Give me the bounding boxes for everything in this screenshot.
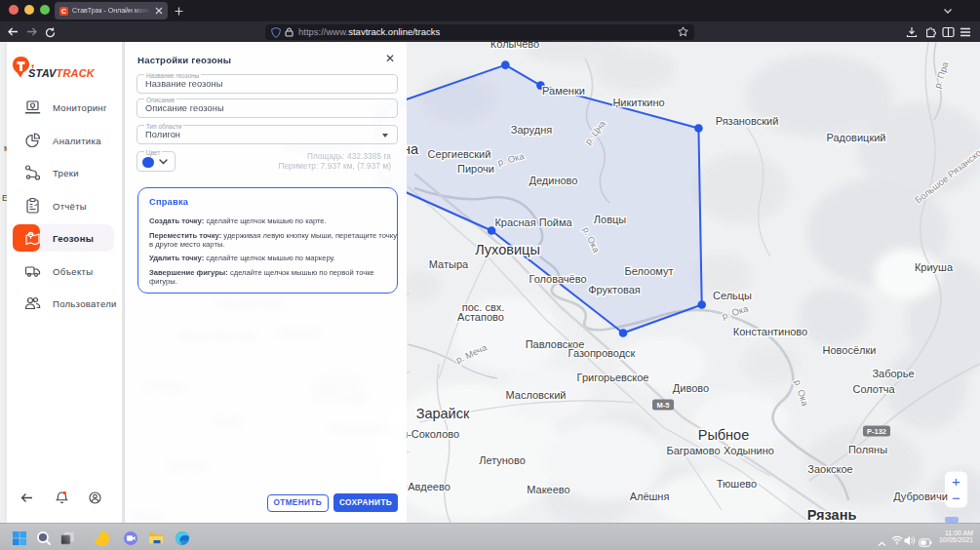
svg-text:Летуново: Летуново	[479, 454, 526, 466]
svg-text:М-5: М-5	[657, 401, 670, 410]
svg-text:Авдеево: Авдеево	[408, 481, 451, 492]
svg-text:−: −	[952, 490, 960, 506]
svg-text:Зарудня: Зарудня	[511, 124, 552, 136]
svg-text:Раменки: Раменки	[542, 85, 585, 97]
svg-text:Р-132: Р-132	[867, 427, 886, 436]
svg-text:Константиново: Константиново	[733, 326, 807, 337]
svg-text:Масловский: Масловский	[506, 389, 567, 401]
svg-text:Григорьевское: Григорьевское	[577, 372, 649, 383]
svg-text:Рязань: Рязань	[807, 507, 857, 523]
svg-text:Макеево: Макеево	[527, 484, 569, 495]
svg-text:Радовицкий: Радовицкий	[826, 132, 885, 143]
svg-text:Белоомут: Белоомут	[625, 265, 674, 277]
svg-text:Заборье: Заборье	[872, 368, 914, 379]
svg-text:Криуша: Криуша	[915, 261, 954, 273]
svg-text:Поляны: Поляны	[848, 444, 887, 455]
svg-text:Тюшево: Тюшево	[717, 478, 757, 490]
svg-text:Рязановский: Рязановский	[716, 115, 779, 127]
svg-text:STAV: STAV	[28, 67, 58, 79]
svg-text:Дубровичи: Дубровичи	[893, 491, 948, 502]
svg-text:Новосёлки: Новосёлки	[823, 344, 877, 356]
svg-text:Сергиевский: Сергиевский	[428, 148, 491, 160]
svg-text:Астапово: Астапово	[457, 311, 504, 323]
svg-text:Матыра: Матыра	[429, 258, 469, 270]
svg-text:Газопроводск: Газопроводск	[568, 347, 636, 359]
svg-text:Ходынино: Ходынино	[724, 445, 774, 456]
svg-text:Луховицы: Луховицы	[475, 242, 540, 257]
svg-text:Дединово: Дединово	[529, 175, 578, 186]
svg-text:+: +	[952, 473, 960, 490]
svg-text:TRACK: TRACK	[57, 67, 96, 79]
svg-text:Никиткино: Никиткино	[612, 97, 664, 108]
svg-text:Заокское: Заокское	[807, 463, 853, 475]
svg-text:Алёшня: Алёшня	[630, 491, 670, 502]
svg-text:Ловцы: Ловцы	[594, 214, 626, 225]
svg-text:Баграмово: Баграмово	[666, 445, 720, 456]
svg-text:Дивово: Дивово	[673, 382, 709, 394]
svg-text:Красная Пойма: Красная Пойма	[494, 216, 572, 228]
svg-text:Пирочи: Пирочи	[457, 163, 494, 175]
svg-text:Солотча: Солотча	[852, 383, 895, 395]
svg-text:и-Соколово: и-Соколово	[402, 428, 459, 440]
svg-text:Головачёво: Головачёво	[529, 273, 586, 285]
svg-text:Зарайск: Зарайск	[416, 406, 470, 421]
svg-text:Фруктовая: Фруктовая	[588, 284, 641, 295]
svg-text:Рыбное: Рыбное	[698, 427, 750, 443]
svg-text:Колычево: Колычево	[490, 42, 539, 50]
svg-text:Сельцы: Сельцы	[713, 290, 752, 301]
